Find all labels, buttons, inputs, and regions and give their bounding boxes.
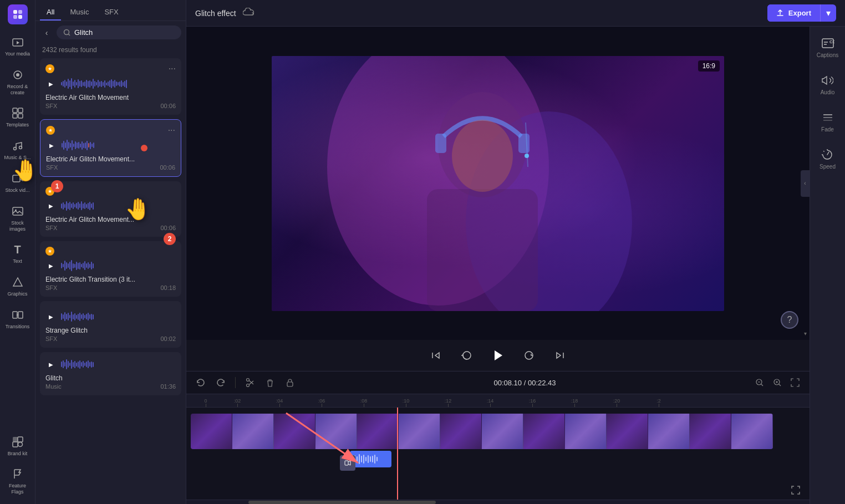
- expand-timeline-button[interactable]: [787, 375, 803, 390]
- sidebar-item-stock-images[interactable]: Stock images: [2, 200, 33, 237]
- list-item[interactable]: ▶: [40, 352, 181, 395]
- sidebar-item-feature-flags[interactable]: Feature Flags: [2, 463, 33, 500]
- zoom-in-button[interactable]: [770, 375, 785, 390]
- help-button[interactable]: ?: [781, 311, 798, 329]
- timeline-scrollbar[interactable]: [186, 500, 810, 504]
- play-preview-button[interactable]: ▶: [45, 311, 57, 322]
- undo-button[interactable]: [193, 375, 208, 390]
- sidebar-label-music: Music & S...: [4, 155, 31, 161]
- audio-clip[interactable]: [350, 451, 391, 467]
- fast-forward-button[interactable]: [520, 347, 538, 364]
- list-item[interactable]: ★ ▶: [40, 241, 181, 297]
- waveform-bar: [65, 142, 66, 148]
- sidebar-item-music-sfx[interactable]: Music & S...: [2, 135, 33, 165]
- item-duration: 00:06: [160, 103, 176, 109]
- redo-button[interactable]: [213, 375, 228, 390]
- waveform-bar: [99, 82, 100, 86]
- waveform-bar: [68, 361, 69, 368]
- zoom-out-button[interactable]: [752, 375, 767, 390]
- right-panel-speed[interactable]: Speed: [816, 145, 839, 173]
- playhead[interactable]: [397, 408, 398, 500]
- left-sidebar: Your media Record &create Templates: [0, 0, 35, 504]
- play-pause-button[interactable]: [489, 347, 507, 364]
- media-icon: [11, 35, 24, 49]
- rewind-button[interactable]: [458, 347, 476, 364]
- play-preview-button[interactable]: ▶: [45, 200, 57, 211]
- waveform-bar: [88, 203, 89, 209]
- sidebar-item-your-media[interactable]: Your media: [2, 31, 33, 62]
- cut-button[interactable]: [242, 375, 258, 390]
- search-input[interactable]: [74, 28, 175, 37]
- waveform: [62, 139, 175, 152]
- list-item[interactable]: ★ ··· ▶: [40, 58, 181, 115]
- lock-button[interactable]: [282, 375, 298, 390]
- waveform-bar: [103, 82, 104, 86]
- delete-button[interactable]: [262, 375, 278, 390]
- item-header: ★ ···: [46, 125, 175, 135]
- skip-forward-button[interactable]: [551, 347, 569, 364]
- right-panel-audio[interactable]: Audio: [817, 70, 838, 99]
- audio-waveform-bar: [359, 454, 360, 464]
- sidebar-label-your-media: Your media: [5, 51, 30, 57]
- audio-waveform-bar: [357, 456, 358, 462]
- audio-waveform-bar: [376, 457, 378, 461]
- app-logo: [8, 4, 28, 24]
- play-preview-button[interactable]: ▶: [46, 140, 57, 151]
- scroll-down-indicator[interactable]: ▾: [801, 327, 810, 340]
- waveform-bar: [71, 78, 72, 89]
- export-button-group[interactable]: Export ▾: [767, 4, 836, 22]
- search-box[interactable]: [57, 26, 181, 39]
- skip-back-button[interactable]: [427, 347, 445, 364]
- sidebar-label-stock-video: Stock vid...: [5, 187, 29, 194]
- waveform-bar: [93, 79, 94, 89]
- sidebar-item-templates[interactable]: Templates: [2, 102, 33, 133]
- list-item[interactable]: ★ ▶: [40, 181, 181, 237]
- svg-rect-17: [13, 312, 17, 318]
- stock-images-icon: [11, 205, 24, 218]
- timeline-scrollbar-thumb[interactable]: [248, 501, 435, 504]
- more-options-button[interactable]: ···: [168, 125, 175, 135]
- sidebar-item-brand-kit[interactable]: Brand kit: [2, 431, 33, 461]
- sidebar-label-feature-flags: Feature Flags: [4, 483, 31, 495]
- waveform-bar: [86, 141, 88, 150]
- waveform-bar: [106, 83, 107, 85]
- right-panel-fade[interactable]: Fade: [818, 108, 838, 136]
- sidebar-item-stock-video[interactable]: Stock vid...: [2, 167, 33, 198]
- clip-segment: [690, 414, 731, 449]
- svg-rect-27: [427, 189, 538, 311]
- sidebar-item-record-create[interactable]: Record &create: [2, 64, 33, 100]
- waveform-bar: [91, 203, 92, 208]
- collapse-panel-button[interactable]: ‹: [801, 170, 810, 197]
- right-panel-captions[interactable]: CC Captions: [813, 33, 842, 62]
- speed-label: Speed: [819, 164, 836, 170]
- waveform-bar: [89, 80, 90, 88]
- sidebar-item-graphics[interactable]: Graphics: [2, 271, 33, 302]
- waveform-bar: [80, 144, 81, 147]
- list-item[interactable]: ▶: [40, 301, 181, 348]
- play-preview-button[interactable]: ▶: [45, 260, 57, 271]
- waveform-bar: [78, 263, 79, 269]
- more-options-button[interactable]: ···: [169, 64, 176, 74]
- tab-sfx[interactable]: SFX: [98, 4, 125, 21]
- sidebar-item-transitions[interactable]: Transitions: [2, 304, 33, 334]
- waveform-bar: [69, 315, 70, 318]
- timeline-ruler: 0 :02 :04 :: [186, 394, 810, 408]
- back-button[interactable]: ‹: [40, 26, 53, 39]
- ruler-mark: :10: [385, 398, 427, 407]
- waveform-bar: [118, 82, 119, 85]
- sidebar-item-text[interactable]: T Text: [2, 238, 33, 269]
- export-button[interactable]: Export: [767, 4, 820, 22]
- video-clip[interactable]: [191, 414, 773, 449]
- clip-segment: [191, 414, 232, 449]
- waveform-bar: [81, 362, 82, 366]
- list-item[interactable]: ★ ··· ▶: [40, 119, 181, 177]
- export-dropdown-arrow[interactable]: ▾: [821, 4, 836, 22]
- tab-all[interactable]: All: [40, 4, 61, 21]
- play-preview-button[interactable]: ▶: [45, 359, 57, 370]
- waveform-bar: [69, 262, 70, 269]
- waveform-bar: [116, 82, 117, 86]
- waveform-bar: [86, 314, 87, 319]
- play-preview-button[interactable]: ▶: [45, 78, 57, 89]
- tab-music[interactable]: Music: [63, 4, 95, 21]
- waveform-bar: [91, 144, 93, 147]
